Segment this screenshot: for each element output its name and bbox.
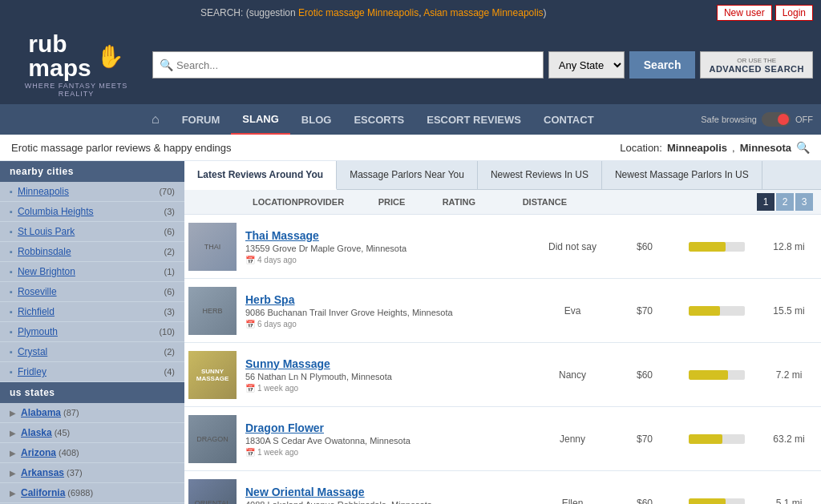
page-1-button[interactable]: 1	[757, 193, 774, 211]
location-label: Location:	[620, 142, 662, 154]
rating-fill	[689, 498, 726, 505]
rating-bar	[689, 434, 745, 444]
nav-slang[interactable]: SLANG	[231, 105, 290, 135]
listing-name[interactable]: Herb Spa	[245, 293, 528, 306]
advanced-search-box[interactable]: OR USE THE ADVANCED SEARCH	[700, 51, 813, 79]
listings-container: THAI Thai Massage 13559 Grove Dr Maple G…	[184, 215, 821, 504]
rating-fill	[689, 306, 720, 316]
sidebar-state-item[interactable]: ▶ Arkansas (37)	[0, 463, 184, 483]
col-rating-header: RATING	[443, 197, 523, 207]
tab-item[interactable]: Latest Reviews Around You	[184, 161, 337, 190]
sidebar-city-item[interactable]: ▪ Columbia Heights (3)	[0, 202, 184, 222]
listing-date-text: 6 days ago	[257, 320, 297, 329]
nav-blog[interactable]: BLOG	[290, 106, 343, 134]
listing-address: 1830A S Cedar Ave Owatonna, Minnesota	[245, 436, 528, 446]
suggestion-link2[interactable]: Asian massage Minneapolis	[423, 7, 543, 18]
listing-date: 📅 1 week ago	[245, 448, 528, 457]
hand-icon: ✋	[96, 43, 124, 70]
sidebar-state-item[interactable]: ▶ Alabama (87)	[0, 403, 184, 423]
tab-item[interactable]: Massage Parlors Near You	[337, 161, 478, 189]
top-bar: SEARCH: (suggestion Erotic massage Minne…	[0, 0, 821, 26]
listing-address: 9086 Buchanan Trail Inver Grove Heights,…	[245, 308, 528, 317]
city-count: (2)	[164, 247, 175, 256]
search-input[interactable]	[176, 59, 536, 71]
safe-browse-toggle[interactable]	[762, 112, 791, 127]
advanced-label2: ADVANCED SEARCH	[709, 64, 804, 74]
state-count: (45)	[55, 428, 71, 437]
subtitle-text: Erotic massage parlor reviews & happy en…	[11, 142, 232, 154]
sidebar-state-item[interactable]: ▶ Arizona (408)	[0, 443, 184, 463]
city-name: Plymouth	[18, 326, 160, 337]
tabs-container: Latest Reviews Around YouMassage Parlors…	[184, 161, 762, 189]
new-user-button[interactable]: New user	[717, 5, 772, 21]
rating-fill	[689, 434, 722, 444]
rating-bar	[689, 498, 745, 505]
page-2-button[interactable]: 2	[776, 193, 794, 211]
sidebar-state-item[interactable]: ▶ California (6988)	[0, 483, 184, 503]
listing-thumbnail: ORIENTAL	[188, 479, 237, 505]
listing-rating	[677, 370, 757, 380]
city-count: (70)	[159, 187, 175, 196]
listing-name[interactable]: Thai Massage	[245, 229, 528, 242]
city-count: (3)	[164, 307, 175, 317]
city-icon: ▪	[10, 307, 13, 317]
advanced-label1: OR USE THE	[737, 57, 776, 64]
listing-date: 📅 1 week ago	[245, 384, 528, 393]
nav-contact[interactable]: CONTACT	[532, 106, 605, 134]
sidebar-city-item[interactable]: ▪ Minneapolis (70)	[0, 182, 184, 202]
header-main: rub maps ✋ WHERE FANTASY MEETS REALITY 🔍…	[0, 26, 821, 104]
listing-distance: 5.1 mi	[757, 498, 821, 505]
sidebar-state-item[interactable]: ▶ Alaska (45)	[0, 423, 184, 443]
listing-address: 4088 Lakeland Avenue Robbinsdale, Minnes…	[245, 500, 528, 505]
state-name: Arizona	[21, 447, 56, 458]
state-arrow-icon: ▶	[10, 429, 16, 437]
sidebar-city-item[interactable]: ▪ Fridley (4)	[0, 362, 184, 382]
sidebar-city-item[interactable]: ▪ New Brighton (1)	[0, 262, 184, 282]
nav-escorts[interactable]: ESCORTS	[342, 106, 415, 134]
listing-date-text: 4 days ago	[257, 256, 297, 264]
state-select[interactable]: Any State	[548, 51, 625, 79]
listing-thumbnail: DRAGON	[188, 415, 237, 463]
sidebar-city-item[interactable]: ▪ Crystal (2)	[0, 342, 184, 362]
listing-name[interactable]: Dragon Flower	[245, 421, 528, 434]
login-button[interactable]: Login	[775, 5, 813, 21]
tabs-bar: Latest Reviews Around YouMassage Parlors…	[184, 161, 821, 190]
col-header-row: LOCATION PROVIDER PRICE RATING DISTANCE …	[184, 190, 821, 215]
sidebar-city-item[interactable]: ▪ St Louis Park (6)	[0, 222, 184, 242]
city-name: New Brighton	[18, 266, 164, 277]
tab-item[interactable]: Newest Massage Parlors In US	[602, 161, 762, 189]
pagination: 1 2 3	[757, 193, 813, 211]
page-3-button[interactable]: 3	[795, 193, 813, 211]
tab-item[interactable]: Newest Reviews In US	[478, 161, 602, 189]
location-right: Location: Minneapolis, Minnesota 🔍	[620, 141, 810, 154]
location-icon[interactable]: 🔍	[796, 141, 810, 154]
listing-info: Sunny Massage 56 Nathan Ln N Plymouth, M…	[241, 354, 532, 396]
state-name: California	[21, 487, 65, 498]
safe-browse: Safe browsing OFF	[701, 112, 813, 127]
suggestion-link1[interactable]: Erotic massage Minneapolis	[298, 7, 419, 18]
city-count: (10)	[159, 327, 175, 337]
search-button[interactable]: Search	[629, 51, 696, 79]
city-count: (6)	[164, 287, 175, 296]
sidebar-city-item[interactable]: ▪ Plymouth (10)	[0, 322, 184, 342]
sidebar-city-item[interactable]: ▪ Roseville (6)	[0, 282, 184, 302]
nav-home[interactable]: ⌂	[140, 104, 171, 135]
state-count: (6988)	[67, 488, 93, 498]
suggestion-prefix: SEARCH: (suggestion	[200, 7, 296, 18]
sidebar-city-item[interactable]: ▪ Richfield (3)	[0, 302, 184, 322]
nav-links: ⌂ FORUM SLANG BLOG ESCORTS ESCORT REVIEW…	[140, 104, 605, 135]
city-icon: ▪	[10, 227, 13, 236]
states-list: ▶ Alabama (87) ▶ Alaska (45) ▶ Arizona (…	[0, 403, 184, 504]
listing-name[interactable]: New Oriental Massage	[245, 486, 528, 498]
sidebar-city-item[interactable]: ▪ Robbinsdale (2)	[0, 242, 184, 262]
nav-forum[interactable]: FORUM	[171, 106, 232, 134]
city-name: Columbia Heights	[18, 206, 164, 217]
listing-price: $60	[613, 498, 677, 505]
city-count: (2)	[164, 347, 175, 357]
city-name: St Louis Park	[18, 226, 164, 237]
nav-escort-reviews[interactable]: ESCORT REVIEWS	[415, 106, 532, 134]
cities-list: ▪ Minneapolis (70) ▪ Columbia Heights (3…	[0, 182, 184, 382]
listing-name[interactable]: Sunny Massage	[245, 357, 528, 370]
city-icon: ▪	[10, 347, 13, 357]
city-count: (3)	[164, 207, 175, 216]
